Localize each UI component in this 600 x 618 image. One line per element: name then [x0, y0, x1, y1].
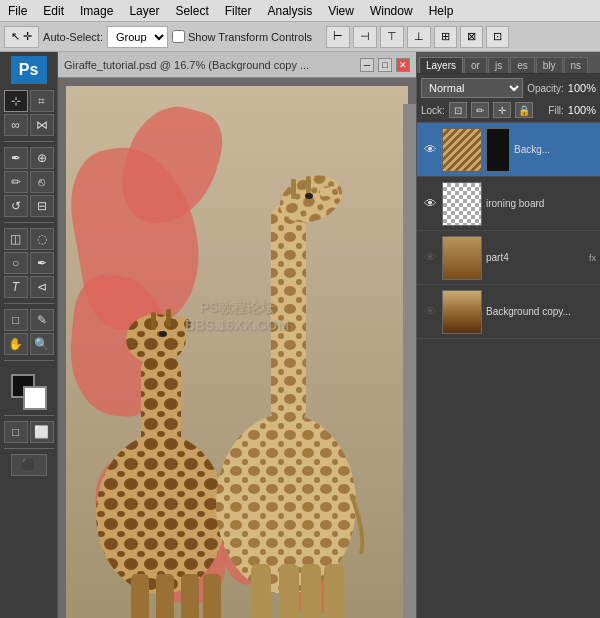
align-vspace-btn[interactable]: ⊠ — [460, 26, 483, 48]
auto-select-dropdown[interactable]: Group Layer — [107, 26, 168, 48]
tool-row-6: ◫ ◌ — [4, 228, 54, 250]
minimize-button[interactable]: ─ — [360, 58, 374, 72]
layer-item-background[interactable]: 👁 Backg... — [417, 123, 600, 177]
blend-mode-select[interactable]: Normal Multiply Screen — [421, 78, 523, 98]
svg-point-10 — [159, 331, 167, 337]
magic-wand-tool[interactable]: ⋈ — [30, 114, 54, 136]
lock-pixels-btn[interactable]: ✏ — [471, 102, 489, 118]
text-tool[interactable]: T — [4, 276, 28, 298]
opacity-value[interactable]: 100% — [568, 82, 596, 94]
layer-visibility-part4[interactable]: 👁 — [421, 249, 439, 267]
tool-row-10: ✋ 🔍 — [4, 333, 54, 355]
screen-mode[interactable]: ⬛ — [11, 454, 47, 476]
quick-mask-mode[interactable]: ⬜ — [30, 421, 54, 443]
layer-item-bg-copy[interactable]: 👁 Background copy... — [417, 285, 600, 339]
tool-row-9: □ ✎ — [4, 309, 54, 331]
path-select-tool[interactable]: ⊲ — [30, 276, 54, 298]
canvas-title: Giraffe_tutorial.psd @ 16.7% (Background… — [64, 59, 309, 71]
lock-transparent-btn[interactable]: ⊡ — [449, 102, 467, 118]
lock-all-btn[interactable]: 🔒 — [515, 102, 533, 118]
svg-rect-31 — [279, 564, 299, 618]
channels-tab[interactable]: or — [464, 57, 487, 73]
styles-tab[interactable]: ns — [564, 57, 589, 73]
lasso-tool[interactable]: ∞ — [4, 114, 28, 136]
tool-row-8: T ⊲ — [4, 276, 54, 298]
align-bottom-btn[interactable]: ⊞ — [434, 26, 457, 48]
actions-tab[interactable]: bly — [536, 57, 563, 73]
menu-file[interactable]: File — [0, 2, 35, 20]
main-area: Ps ⊹ ⌗ ∞ ⋈ ✒ ⊕ ✏ ⎋ ↺ ⊟ ◫ ◌ ○ ✒ — [0, 52, 600, 618]
menu-help[interactable]: Help — [421, 2, 462, 20]
eyedropper-tool[interactable]: ✒ — [4, 147, 28, 169]
menu-filter[interactable]: Filter — [217, 2, 260, 20]
menu-select[interactable]: Select — [167, 2, 216, 20]
layer-name-bgcopy: Background copy... — [486, 306, 596, 317]
menu-view[interactable]: View — [320, 2, 362, 20]
layer-visibility-ironing[interactable]: 👁 — [421, 195, 439, 213]
layer-visibility-bg[interactable]: 👁 — [421, 141, 439, 159]
layer-visibility-bgcopy[interactable]: 👁 — [421, 303, 439, 321]
align-center-btn[interactable]: ⊣ — [353, 26, 377, 48]
panel-tabs: Layers or js es bly ns — [417, 52, 600, 74]
menu-layer[interactable]: Layer — [121, 2, 167, 20]
menu-analysis[interactable]: Analysis — [259, 2, 320, 20]
show-transform-check[interactable]: Show Transform Controls — [172, 30, 312, 43]
tool-row-3: ✒ ⊕ — [4, 147, 54, 169]
layer-name-ironing: ironing board — [486, 198, 596, 209]
layer-name-part4: part4 — [486, 252, 587, 263]
tool-row-2: ∞ ⋈ — [4, 114, 54, 136]
blur-tool[interactable]: ◌ — [30, 228, 54, 250]
hand-tool[interactable]: ✋ — [4, 333, 28, 355]
menu-image[interactable]: Image — [72, 2, 121, 20]
align-hspace-btn[interactable]: ⊡ — [486, 26, 509, 48]
paths-tab[interactable]: js — [488, 57, 509, 73]
move-tool-button[interactable]: ↖ ✛ — [4, 26, 39, 48]
pen-tool[interactable]: ✒ — [30, 252, 54, 274]
layers-list: 👁 Backg... 👁 ironing board 👁 — [417, 123, 600, 618]
layer-item-ironing-board[interactable]: 👁 ironing board — [417, 177, 600, 231]
menu-window[interactable]: Window — [362, 2, 421, 20]
close-button[interactable]: ✕ — [396, 58, 410, 72]
shape-tool[interactable]: □ — [4, 309, 28, 331]
canvas-container: PS教程论坛 BBS.16XX.COM — [66, 86, 408, 618]
brush-tool[interactable]: ✏ — [4, 171, 28, 193]
layer-item-part4[interactable]: 👁 part4 fx — [417, 231, 600, 285]
show-transform-checkbox[interactable] — [172, 30, 185, 43]
align-left-btn[interactable]: ⊢ — [326, 26, 350, 48]
background-color[interactable] — [23, 386, 47, 410]
svg-rect-32 — [301, 564, 321, 618]
menu-edit[interactable]: Edit — [35, 2, 72, 20]
fill-value[interactable]: 100% — [568, 104, 596, 116]
svg-point-28 — [319, 186, 339, 198]
canvas-area: Giraffe_tutorial.psd @ 16.7% (Background… — [58, 52, 416, 618]
color-swatch-area[interactable] — [11, 374, 47, 410]
lock-position-btn[interactable]: ✛ — [493, 102, 511, 118]
align-right-btn[interactable]: ⊤ — [380, 26, 404, 48]
spot-heal-tool[interactable]: ⊕ — [30, 147, 54, 169]
crop-tool[interactable]: ⌗ — [30, 90, 54, 112]
eraser-tool[interactable]: ⊟ — [30, 195, 54, 217]
history-brush-tool[interactable]: ↺ — [4, 195, 28, 217]
gradient-tool[interactable]: ◫ — [4, 228, 28, 250]
menu-bar: File Edit Image Layer Select Filter Anal… — [0, 0, 600, 22]
selection-tool[interactable]: ⊹ — [4, 90, 28, 112]
notes-tool[interactable]: ✎ — [30, 309, 54, 331]
right-panel: Layers or js es bly ns Normal Multiply S… — [416, 52, 600, 618]
layers-tab[interactable]: Layers — [419, 57, 463, 73]
history-tab[interactable]: es — [510, 57, 535, 73]
stamp-tool[interactable]: ⎋ — [30, 171, 54, 193]
svg-rect-14 — [156, 574, 174, 618]
tool-row-5: ↺ ⊟ — [4, 195, 54, 217]
lock-label: Lock: — [421, 105, 445, 116]
vertical-scrollbar[interactable] — [403, 104, 416, 618]
layer-thumb-part4 — [442, 236, 482, 280]
svg-rect-33 — [324, 564, 344, 618]
canvas-scroll-area[interactable]: PS教程论坛 BBS.16XX.COM — [58, 78, 416, 618]
toolbar: ↖ ✛ Auto-Select: Group Layer Show Transf… — [0, 22, 600, 52]
maximize-button[interactable]: □ — [378, 58, 392, 72]
align-top-btn[interactable]: ⊥ — [407, 26, 431, 48]
zoom-tool[interactable]: 🔍 — [30, 333, 54, 355]
dodge-tool[interactable]: ○ — [4, 252, 28, 274]
standard-mode[interactable]: □ — [4, 421, 28, 443]
opacity-label: Opacity: — [527, 83, 564, 94]
